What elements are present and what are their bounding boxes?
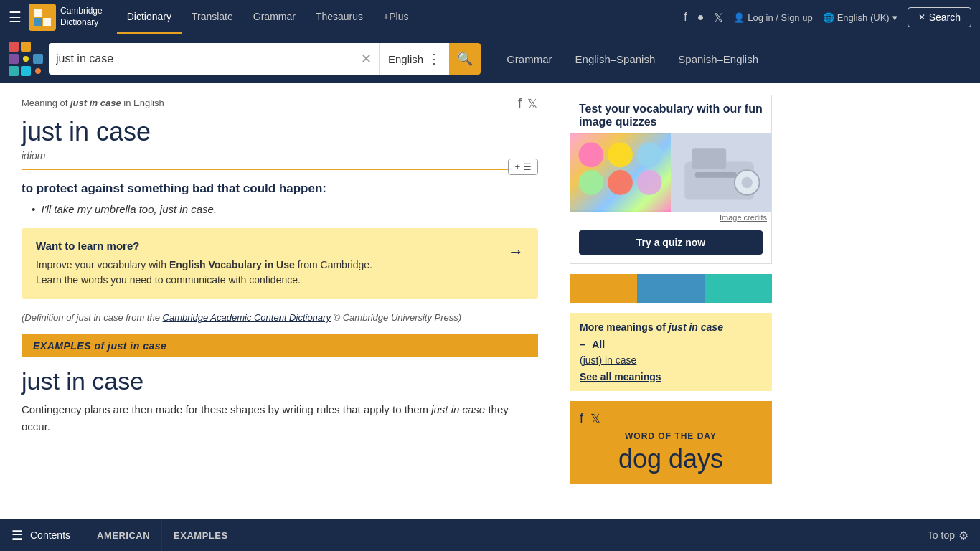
nav-grammar-secondary[interactable]: Grammar	[495, 53, 563, 65]
learn-more-arrow[interactable]: →	[508, 242, 524, 261]
quiz-images	[570, 133, 771, 212]
language-label: English	[388, 53, 423, 65]
see-all-link[interactable]: See all meanings	[580, 371, 661, 382]
entry-title: just in case	[22, 117, 538, 147]
language-inline-selector[interactable]: English ⋮	[379, 43, 449, 75]
logo-icon	[29, 4, 56, 31]
add-to-list-button[interactable]: + ☰	[508, 159, 538, 175]
examples-body: Contingency plans are then made for thes…	[22, 401, 538, 435]
wotd-facebook-icon[interactable]: f	[580, 411, 583, 427]
globe-icon: 🌐	[823, 12, 834, 23]
language-selector[interactable]: 🌐 English (UK) ▾	[823, 12, 897, 23]
citation: (Definition of just in case from the Cam…	[22, 312, 538, 323]
learn-more-box: Want to learn more? Improve your vocabul…	[22, 228, 538, 299]
definition: to protect against something bad that co…	[22, 182, 538, 196]
nav-translate[interactable]: Translate	[182, 0, 243, 34]
list-icon: ☰	[523, 161, 532, 172]
nav-dictionary[interactable]: Dictionary	[117, 0, 182, 34]
twitter-share-icon[interactable]: 𝕏	[527, 96, 538, 112]
examples-term: just in case	[108, 340, 166, 352]
meanings-section-all: – All	[580, 339, 762, 350]
deco-teal	[9, 66, 19, 76]
quiz-image-makeup	[570, 133, 671, 212]
examples-header: EXAMPLES of just in case	[22, 334, 538, 357]
nav-grammar[interactable]: Grammar	[243, 0, 306, 34]
word-of-day-box: f 𝕏 WORD OF THE DAY dog days	[570, 401, 772, 484]
top-nav: ☰ Cambridge Dictionary Dictionary Transl…	[0, 0, 980, 34]
more-meanings-box: More meanings of just in case – All (jus…	[570, 313, 772, 391]
search-input[interactable]	[56, 52, 357, 65]
breadcrumb-prefix: Meaning of	[22, 98, 70, 108]
search-go-button[interactable]: 🔍	[449, 43, 481, 75]
search-button[interactable]: ✕ Search	[908, 7, 971, 27]
meaning-link[interactable]: (just) in case	[580, 354, 762, 366]
svg-rect-1	[43, 9, 51, 17]
deco-yellow-dot	[23, 56, 29, 62]
minus-icon: –	[580, 339, 585, 350]
nav-right: f ● 𝕏 👤 Log in / Sign up 🌐 English (UK) …	[684, 7, 971, 27]
svg-point-14	[741, 177, 752, 188]
wotd-social: f 𝕏	[580, 411, 762, 427]
more-meanings-title: More meanings of just in case	[580, 321, 762, 333]
deco-cyan	[21, 66, 31, 76]
wotd-twitter-icon[interactable]: 𝕏	[590, 411, 601, 427]
svg-rect-0	[34, 9, 42, 17]
nav-links: Dictionary Translate Grammar Thesaurus +…	[117, 0, 419, 34]
quiz-title: Test your vocabulary with our fun image …	[570, 95, 771, 133]
svg-rect-10	[570, 134, 671, 210]
nav-en-es[interactable]: English–Spanish	[564, 53, 667, 65]
word-of-day-word: dog days	[580, 444, 762, 474]
hamburger-icon[interactable]: ☰	[9, 9, 22, 26]
example-sentence: • I'll take my umbrella too, just in cas…	[32, 203, 538, 215]
twitter-icon[interactable]: 𝕏	[714, 11, 723, 24]
accent-orange	[570, 274, 637, 303]
instagram-icon[interactable]: ●	[697, 11, 705, 24]
deco-orange	[21, 42, 31, 52]
deco-blue-dot	[34, 43, 42, 50]
part-of-speech: idiom	[22, 150, 538, 161]
main-content: f 𝕏 Meaning of just in case in English j…	[0, 83, 980, 496]
options-icon: ⋮	[428, 51, 440, 67]
logo-decorations	[9, 42, 43, 76]
chevron-down-icon: ▾	[892, 12, 897, 23]
plus-icon: +	[514, 161, 520, 172]
deco-blue	[33, 54, 43, 64]
logo[interactable]: Cambridge Dictionary	[29, 4, 103, 31]
entry-divider	[22, 169, 538, 170]
deco-red	[9, 42, 19, 52]
search-icon: 🔍	[457, 51, 473, 67]
examples-title: just in case	[22, 367, 538, 395]
learn-more-body: Improve your vocabulary with English Voc…	[36, 258, 372, 288]
quiz-box: Test your vocabulary with our fun image …	[570, 95, 772, 264]
search-input-wrap: ✕	[49, 43, 379, 75]
accent-teal	[705, 274, 772, 303]
svg-rect-15	[695, 172, 737, 178]
more-meanings-term: just in case	[669, 321, 723, 333]
breadcrumb-suffix: in English	[121, 98, 164, 108]
facebook-icon[interactable]: f	[684, 11, 687, 24]
breadcrumb: f 𝕏 Meaning of just in case in English	[22, 98, 538, 108]
quiz-button[interactable]: Try a quiz now	[579, 230, 763, 255]
nav-es-en[interactable]: Spanish–English	[666, 53, 770, 65]
quiz-image-sewing	[671, 133, 771, 212]
citation-dict-link[interactable]: Cambridge Academic Content Dictionary	[163, 312, 331, 323]
nav-thesaurus[interactable]: Thesaurus	[306, 0, 373, 34]
secondary-nav: Grammar English–Spanish Spanish–English	[495, 53, 770, 65]
image-credits[interactable]: Image credits	[570, 212, 771, 223]
svg-rect-2	[34, 18, 42, 26]
accent-blue	[637, 274, 705, 303]
deco-purple	[9, 54, 19, 64]
svg-rect-12	[692, 148, 726, 169]
word-of-day-label: WORD OF THE DAY	[580, 431, 762, 441]
accent-bar	[570, 274, 772, 303]
login-button[interactable]: 👤 Log in / Sign up	[733, 12, 812, 23]
deco-orange-dot	[35, 68, 41, 74]
content-area: f 𝕏 Meaning of just in case in English j…	[0, 83, 560, 496]
person-icon: 👤	[733, 12, 745, 23]
breadcrumb-term[interactable]: just in case	[70, 98, 121, 108]
clear-search-icon[interactable]: ✕	[361, 51, 372, 67]
facebook-share-icon[interactable]: f	[518, 96, 522, 112]
nav-plus[interactable]: +Plus	[373, 0, 418, 34]
sidebar: Test your vocabulary with our fun image …	[560, 83, 782, 496]
learn-more-heading: Want to learn more?	[36, 240, 372, 252]
